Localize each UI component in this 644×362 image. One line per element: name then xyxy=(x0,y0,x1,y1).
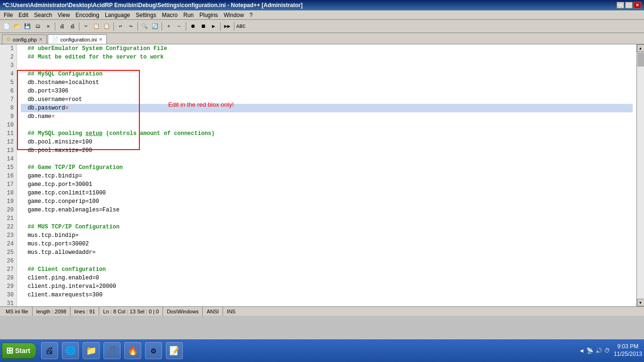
menu-item-settings[interactable]: Settings xyxy=(133,11,159,19)
code-line-22: ## MUS TCP/IP Configuration xyxy=(21,223,633,231)
macro-stop-button[interactable]: ⏹ xyxy=(198,22,208,31)
print-now-button[interactable]: 🖨 xyxy=(68,22,77,31)
taskbar-arrow-left[interactable]: ◄ xyxy=(579,347,584,354)
toolbar-sep-3 xyxy=(113,22,114,31)
replace-button[interactable]: 🔄 xyxy=(150,22,160,31)
annotation-text: Edit in the red blox only! xyxy=(168,101,234,108)
find-button[interactable]: 🔍 xyxy=(140,22,149,31)
close-tab-button[interactable]: ✕ xyxy=(43,22,53,31)
status-file-type: MS ini file xyxy=(2,307,33,316)
tab-config-php-close[interactable]: ✕ xyxy=(39,37,43,42)
scroll-up-button[interactable]: ▲ xyxy=(637,44,644,52)
taskbar-tray-icon-1: 📡 xyxy=(586,347,593,354)
tab-config-php-label: config.php xyxy=(13,37,37,42)
tab-bar: ⚙ config.php ✕ 📄 configuration.ini ✕ xyxy=(0,33,644,44)
menu-item-?[interactable]: ? xyxy=(247,11,256,19)
line-num-4: 4 xyxy=(3,70,14,78)
cut-button[interactable]: ✂ xyxy=(81,22,91,31)
line-num-15: 15 xyxy=(3,163,14,172)
new-button[interactable]: 📄 xyxy=(2,22,11,31)
line-num-30: 30 xyxy=(3,291,14,299)
code-line-13: db.pool.maxsize=200 xyxy=(21,146,633,155)
menu-item-plugins[interactable]: Plugins xyxy=(197,11,221,19)
open-button[interactable]: 📂 xyxy=(12,22,22,31)
line-num-9: 9 xyxy=(3,112,14,121)
maximize-button[interactable]: □ xyxy=(625,2,633,8)
menu-item-macro[interactable]: Macro xyxy=(159,11,180,19)
close-button[interactable]: ✕ xyxy=(634,2,641,8)
taskbar-icon-notepadpp[interactable]: 📝 xyxy=(166,342,183,359)
macro-rec-button[interactable]: ⏺ xyxy=(188,22,197,31)
tab-config-php[interactable]: ⚙ config.php ✕ xyxy=(2,34,47,44)
save-button[interactable]: 💾 xyxy=(23,22,32,31)
toolbar-sep-4 xyxy=(137,22,138,31)
start-button[interactable]: ⊞ Start xyxy=(2,343,36,359)
scroll-thumb[interactable] xyxy=(637,52,644,67)
taskbar-icon-explorer[interactable]: 📁 xyxy=(83,342,100,359)
tab-configuration-ini[interactable]: 📄 configuration.ini ✕ xyxy=(48,34,107,44)
taskbar-icon-ie[interactable]: 🌐 xyxy=(62,342,79,359)
editor-content[interactable]: ## uberEmulator System Configuration Fil… xyxy=(17,44,636,306)
code-line-6: db.port=3306 xyxy=(21,87,633,95)
scrollbar-right[interactable]: ▲ ▼ xyxy=(636,44,644,306)
line-num-13: 13 xyxy=(3,146,14,155)
save-all-button[interactable]: 🗂 xyxy=(33,22,43,31)
code-line-29: client.ping.interval=20000 xyxy=(21,282,633,291)
tab-configuration-ini-label: configuration.ini xyxy=(60,37,97,42)
code-line-9: db.name= xyxy=(21,112,633,121)
taskbar-icon-printer[interactable]: 🖨 xyxy=(41,342,58,359)
code-line-21 xyxy=(21,214,633,223)
code-line-24: mus.tcp.port=30002 xyxy=(21,240,633,248)
taskbar-icon-media[interactable]: 🎵 xyxy=(103,342,120,359)
scroll-down-button[interactable]: ▼ xyxy=(637,299,644,306)
spell-button[interactable]: ABC xyxy=(236,22,246,31)
menu-item-search[interactable]: Search xyxy=(31,11,55,19)
toolbar-sep-5 xyxy=(162,22,162,31)
line-num-8: 8 xyxy=(3,104,14,112)
code-line-15: ## Game TCP/IP Configuration xyxy=(21,163,633,172)
menu-item-run[interactable]: Run xyxy=(180,11,197,19)
macro-play-button[interactable]: ▶ xyxy=(209,22,218,31)
menu-item-language[interactable]: Language xyxy=(102,11,133,19)
status-length: length : 2098 xyxy=(33,307,71,316)
line-num-16: 16 xyxy=(3,172,14,180)
zoom-in-button[interactable]: + xyxy=(164,22,173,31)
toolbar-sep-6 xyxy=(186,22,186,31)
title-bar: *C:\Users\Administrator\Desktop\AcidRP E… xyxy=(0,0,644,10)
paste-button[interactable]: 📋 xyxy=(102,22,112,31)
toolbar-sep-1 xyxy=(55,22,55,31)
code-line-20: game.tcp.enablenagles=False xyxy=(21,206,633,214)
clock: 9:03 PM 11/25/2013 xyxy=(614,343,642,358)
print-button[interactable]: 🖨 xyxy=(57,22,67,31)
minimize-button[interactable]: — xyxy=(617,2,624,8)
line-num-12: 12 xyxy=(3,138,14,146)
zoom-out-button[interactable]: − xyxy=(174,22,184,31)
line-num-1: 1 xyxy=(3,44,14,53)
line-num-2: 2 xyxy=(3,53,14,61)
undo-button[interactable]: ↩ xyxy=(116,22,125,31)
menu-item-file[interactable]: File xyxy=(1,11,16,19)
redo-button[interactable]: ↪ xyxy=(126,22,136,31)
code-line-25: mus.tcp.allowedaddr= xyxy=(21,248,633,257)
status-bar: MS ini file length : 2098 lines : 91 Ln … xyxy=(0,306,644,316)
line-num-6: 6 xyxy=(3,87,14,95)
line-num-3: 3 xyxy=(3,61,14,70)
run-button[interactable]: ▶▶ xyxy=(223,22,232,31)
menu-item-encoding[interactable]: Encoding xyxy=(73,11,102,19)
line-num-11: 11 xyxy=(3,129,14,138)
menu-item-window[interactable]: Window xyxy=(221,11,247,19)
code-line-17: game.tcp.port=30001 xyxy=(21,180,633,189)
toolbar: 📄 📂 💾 🗂 ✕ 🖨 🖨 ✂ 📋 📋 ↩ ↪ 🔍 🔄 + − ⏺ ⏹ ▶ ▶▶… xyxy=(0,20,644,33)
taskbar-icon-chrome[interactable]: 🔥 xyxy=(124,342,141,359)
line-num-19: 19 xyxy=(3,197,14,206)
code-line-2: ## Must be edited for the server to work xyxy=(21,53,633,61)
tab-configuration-ini-close[interactable]: ✕ xyxy=(99,37,103,42)
toolbar-sep-8 xyxy=(234,22,234,31)
menu-item-view[interactable]: View xyxy=(55,11,73,19)
menu-item-edit[interactable]: Edit xyxy=(16,11,31,19)
copy-button[interactable]: 📋 xyxy=(92,22,101,31)
line-num-23: 23 xyxy=(3,231,14,240)
scroll-track xyxy=(637,52,644,299)
taskbar-icon-settings[interactable]: ⚙ xyxy=(145,342,162,359)
code-line-28: client.ping.enabled=0 xyxy=(21,274,633,282)
